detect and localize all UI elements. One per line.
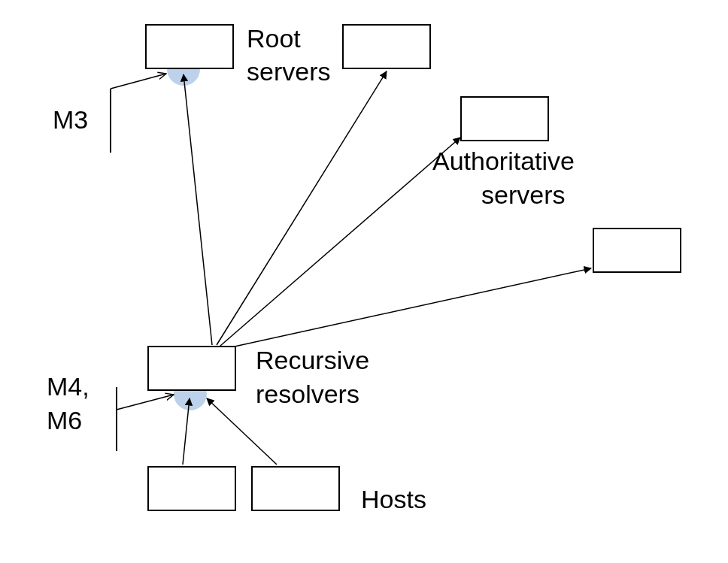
label-m4m6-line1: M4, [47, 372, 89, 401]
label-root-line2: servers [247, 57, 330, 86]
label-hosts: Hosts [361, 485, 426, 514]
box-root-server-left [145, 24, 234, 69]
arrow-resolver-to-auth1 [220, 138, 460, 346]
label-m4m6-line2: M6 [47, 406, 82, 435]
box-auth-server-top [460, 96, 549, 141]
label-auth-line1: Authoritative [432, 147, 575, 176]
box-auth-server-bottom [593, 228, 681, 273]
label-recursive-line1: Recursive [256, 346, 369, 375]
arrows-layer [0, 0, 728, 563]
dns-hierarchy-diagram: M3 M4, M6 Root servers Authoritative ser… [0, 0, 728, 563]
m4m6-callout-arrow [117, 395, 174, 410]
box-host-left [147, 466, 236, 511]
m3-callout-arrow [111, 74, 166, 89]
arrow-resolver-to-root2 [217, 71, 387, 345]
arrow-resolver-to-auth2 [224, 268, 591, 349]
box-host-right [251, 466, 340, 511]
box-recursive-resolver [147, 346, 236, 391]
box-root-server-right [342, 24, 431, 69]
label-recursive-line2: resolvers [256, 380, 359, 409]
label-auth-line2: servers [481, 180, 565, 210]
label-root-line1: Root [247, 24, 301, 53]
label-m3: M3 [53, 105, 88, 135]
arrow-resolver-to-root1 [184, 74, 212, 345]
